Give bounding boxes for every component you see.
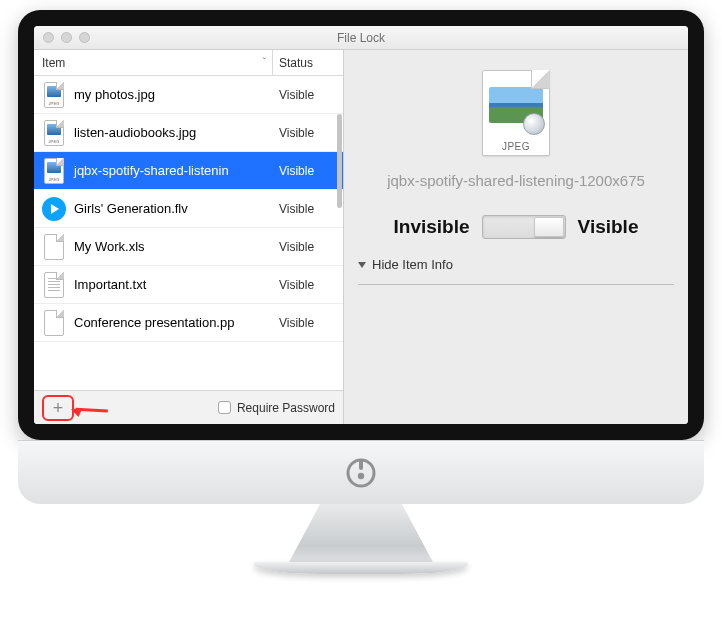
table-row[interactable]: Girls' Generation.flvVisible (34, 190, 343, 228)
window-title: File Lock (34, 31, 688, 45)
divider (358, 284, 674, 285)
column-status[interactable]: Status (273, 50, 343, 75)
disclosure-label: Hide Item Info (372, 257, 453, 272)
app-window: File Lock Item ˇ Status my photos.jpgV (34, 26, 688, 424)
hide-item-info-toggle[interactable]: Hide Item Info (358, 257, 453, 272)
text-icon (42, 271, 66, 299)
file-status: Visible (273, 202, 343, 216)
file-name: listen-audiobooks.jpg (74, 125, 196, 140)
file-name: My Work.xls (74, 239, 145, 254)
column-item-label: Item (42, 56, 65, 70)
add-button[interactable]: + (42, 395, 74, 421)
file-status: Visible (273, 278, 343, 292)
video-icon (42, 195, 66, 223)
table-row[interactable]: my photos.jpgVisible (34, 76, 343, 114)
image-icon (42, 157, 66, 185)
annotation-arrow-icon (68, 393, 111, 424)
svg-point-2 (358, 472, 364, 478)
titlebar: File Lock (34, 26, 688, 50)
file-icon (42, 309, 66, 337)
file-name: Girls' Generation.flv (74, 201, 188, 216)
column-status-label: Status (279, 56, 313, 70)
disclosure-triangle-icon (358, 262, 366, 268)
table-row[interactable]: Important.txtVisible (34, 266, 343, 304)
scroll-thumb[interactable] (337, 114, 342, 208)
detail-panel: JPEG jqbx-spotify-shared-listening-1200x… (344, 50, 688, 424)
file-status: Visible (273, 316, 343, 330)
table-row[interactable]: My Work.xlsVisible (34, 228, 343, 266)
require-password-checkbox[interactable] (218, 401, 231, 414)
imac-base (254, 562, 468, 574)
visibility-toggle-row: Invisible Visible (394, 215, 639, 239)
plus-icon: + (53, 399, 64, 417)
sort-indicator-icon: ˇ (263, 57, 266, 68)
imac-chin (18, 440, 704, 504)
imac-stand (288, 504, 434, 564)
require-password-control[interactable]: Require Password (218, 401, 335, 415)
logo-icon (344, 456, 378, 490)
list-footer: + Require Password (34, 390, 343, 424)
table-row[interactable]: listen-audiobooks.jpgVisible (34, 114, 343, 152)
file-name: Important.txt (74, 277, 146, 292)
column-item[interactable]: Item ˇ (34, 50, 273, 75)
svg-rect-1 (359, 460, 363, 470)
file-list-panel: Item ˇ Status my photos.jpgVisiblelisten… (34, 50, 344, 424)
file-name: jqbx-spotify-shared-listenin (74, 163, 229, 178)
image-icon (42, 119, 66, 147)
file-name: my photos.jpg (74, 87, 155, 102)
invisible-label: Invisible (394, 216, 470, 238)
table-row[interactable]: Conference presentation.ppVisible (34, 304, 343, 342)
file-status: Visible (273, 164, 343, 178)
preview-caption: JPEG (483, 141, 549, 152)
image-icon (42, 81, 66, 109)
column-headers[interactable]: Item ˇ Status (34, 50, 343, 76)
table-row[interactable]: jqbx-spotify-shared-listeninVisible (34, 152, 343, 190)
require-password-label: Require Password (237, 401, 335, 415)
scrollbar[interactable] (336, 76, 343, 390)
file-preview-icon: JPEG (482, 70, 550, 156)
file-status: Visible (273, 240, 343, 254)
visibility-toggle[interactable] (482, 215, 566, 239)
imac-bezel: File Lock Item ˇ Status my photos.jpgV (18, 10, 704, 440)
file-status: Visible (273, 126, 343, 140)
file-status: Visible (273, 88, 343, 102)
toggle-knob[interactable] (534, 217, 564, 237)
file-name: Conference presentation.pp (74, 315, 234, 330)
visible-label: Visible (578, 216, 639, 238)
file-icon (42, 233, 66, 261)
selected-filename: jqbx-spotify-shared-listening-1200x675 (358, 172, 674, 189)
file-list[interactable]: my photos.jpgVisiblelisten-audiobooks.jp… (34, 76, 343, 390)
